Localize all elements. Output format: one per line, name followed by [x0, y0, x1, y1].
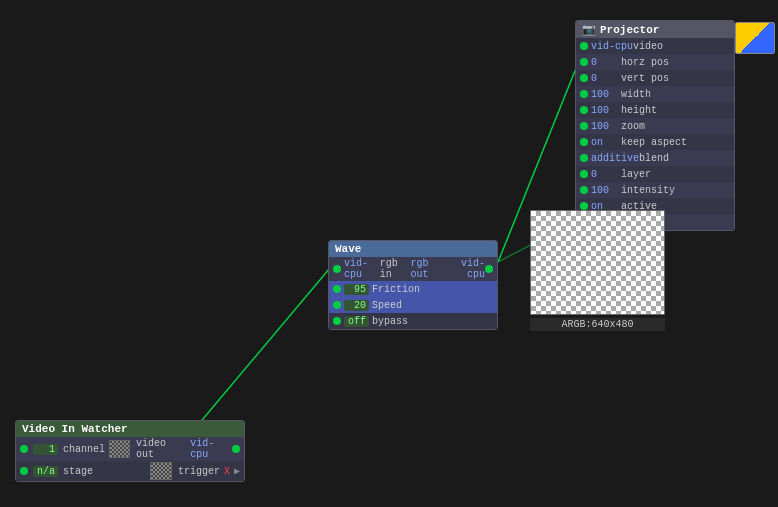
port-val-blend: additive — [591, 153, 639, 164]
field-keepaspect: keep aspect — [621, 137, 730, 148]
port-dot-layer[interactable] — [580, 170, 588, 178]
field-height: height — [621, 105, 730, 116]
trigger-arrow: ▶ — [234, 465, 240, 477]
port-val-keepaspect: on — [591, 137, 621, 148]
stage-value: n/a — [33, 466, 58, 477]
port-dot-channel[interactable] — [20, 445, 28, 453]
channel-thumb — [109, 440, 130, 458]
port-dot-friction[interactable] — [333, 285, 341, 293]
field-zoom: zoom — [621, 121, 730, 132]
speed-label: Speed — [372, 300, 493, 311]
bypass-label: bypass — [372, 316, 493, 327]
wave-title: Wave — [329, 241, 497, 257]
projector-row-layer: 0 layer — [576, 166, 734, 182]
projector-row-zoom: 100 zoom — [576, 118, 734, 134]
projector-row-height: 100 height — [576, 102, 734, 118]
projector-title: 📷 Projector — [576, 21, 734, 38]
port-dot-vertpos[interactable] — [580, 74, 588, 82]
channel-value: 1 — [33, 444, 58, 455]
video-out-port: vid-cpu — [190, 438, 230, 460]
video-in-node-label: Video In Watcher — [22, 423, 128, 435]
wave-row-speed[interactable]: 20 Speed — [329, 297, 497, 313]
port-dot-intensity[interactable] — [580, 186, 588, 194]
port-dot-bypass[interactable] — [333, 317, 341, 325]
port-val-layer: 0 — [591, 169, 621, 180]
field-width: width — [621, 89, 730, 100]
wave-out-port: vid-cpu — [449, 258, 485, 280]
preview-panel — [530, 210, 665, 315]
svg-line-0 — [192, 262, 335, 432]
trigger-label: trigger — [178, 466, 220, 477]
field-horzpos: horz pos — [621, 57, 730, 68]
port-dot-keepaspect[interactable] — [580, 138, 588, 146]
port-dot-active[interactable] — [580, 202, 588, 210]
speed-value: 20 — [344, 300, 369, 311]
port-dot-stage-vin[interactable] — [20, 467, 28, 475]
projector-node-label: Projector — [600, 24, 659, 36]
wave-node: Wave vid-cpu rgb in rgb out vid-cpu 95 F… — [328, 240, 498, 330]
port-dot-height[interactable] — [580, 106, 588, 114]
port-val-height: 100 — [591, 105, 621, 116]
port-dot-wave-out[interactable] — [485, 265, 493, 273]
stage-label: stage — [63, 466, 146, 477]
bypass-value: off — [344, 316, 369, 327]
video-out-label: video out — [136, 438, 187, 460]
wave-in-label: rgb in — [380, 258, 411, 280]
field-vertpos: vert pos — [621, 73, 730, 84]
friction-value: 95 — [344, 284, 369, 295]
port-dot-video-out[interactable] — [232, 445, 240, 453]
field-blend: blend — [639, 153, 730, 164]
video-in-title: Video In Watcher — [16, 421, 244, 437]
wave-out-label: rgb out — [410, 258, 446, 280]
wave-port-row: vid-cpu rgb in rgb out vid-cpu — [329, 257, 497, 281]
projector-node: 📷 Projector vid-cpu video 0 horz pos 0 v… — [575, 20, 735, 231]
projector-row-width: 100 width — [576, 86, 734, 102]
friction-label: Friction — [372, 284, 493, 295]
projector-row-blend: additive blend — [576, 150, 734, 166]
channel-label: channel — [63, 444, 105, 455]
projector-row-intensity: 100 intensity — [576, 182, 734, 198]
wave-in-port: vid-cpu — [344, 258, 380, 280]
projector-thumb — [735, 22, 775, 54]
video-in-row-stage: n/a stage trigger X ▶ — [16, 461, 244, 481]
projector-row-video: vid-cpu video — [576, 38, 734, 54]
x-badge: X — [224, 466, 230, 477]
port-dot-width[interactable] — [580, 90, 588, 98]
port-dot-wave-in[interactable] — [333, 265, 341, 273]
port-dot-horzpos[interactable] — [580, 58, 588, 66]
port-dot-speed[interactable] — [333, 301, 341, 309]
wave-row-bypass[interactable]: off bypass — [329, 313, 497, 329]
port-dot-video[interactable] — [580, 42, 588, 50]
field-intensity: intensity — [621, 185, 730, 196]
projector-row-keepaspect: on keep aspect — [576, 134, 734, 150]
camera-icon: 📷 — [582, 23, 596, 36]
port-val-width: 100 — [591, 89, 621, 100]
port-val-vertpos: 0 — [591, 73, 621, 84]
port-val-zoom: 100 — [591, 121, 621, 132]
field-layer: layer — [621, 169, 730, 180]
stage-thumb — [150, 462, 172, 480]
port-label-vid-cpu-proj: vid-cpu — [591, 41, 633, 52]
port-val-intensity: 100 — [591, 185, 621, 196]
port-dot-zoom[interactable] — [580, 122, 588, 130]
port-val-horzpos: 0 — [591, 57, 621, 68]
port-dot-blend[interactable] — [580, 154, 588, 162]
video-in-row-channel: 1 channel video out vid-cpu — [16, 437, 244, 461]
projector-row-horzpos: 0 horz pos — [576, 54, 734, 70]
projector-row-vertpos: 0 vert pos — [576, 70, 734, 86]
preview-label: ARGB:640x480 — [530, 318, 665, 331]
wave-node-label: Wave — [335, 243, 361, 255]
wave-row-friction[interactable]: 95 Friction — [329, 281, 497, 297]
field-video: video — [633, 41, 730, 52]
video-in-node: Video In Watcher 1 channel video out vid… — [15, 420, 245, 482]
